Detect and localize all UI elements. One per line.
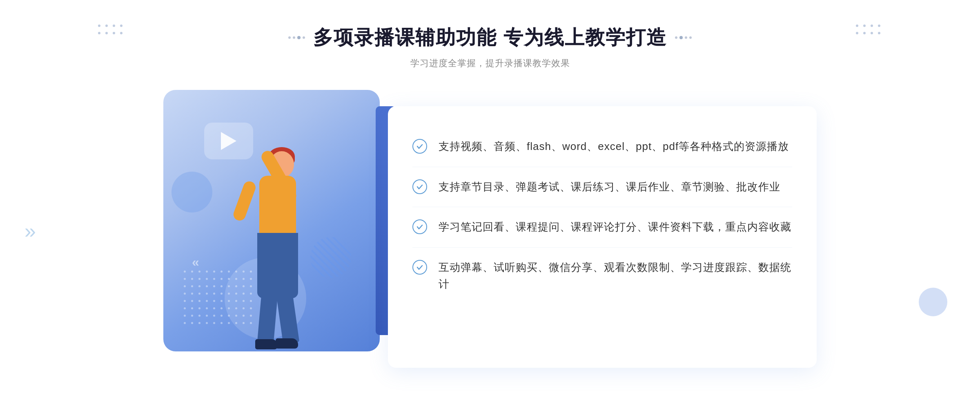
- check-circle-icon-3: [412, 219, 427, 234]
- feature-item-1: 支持视频、音频、flash、word、excel、ppt、pdf等各种格式的资源…: [412, 127, 792, 167]
- feature-item-4: 互动弹幕、试听购买、微信分享、观看次数限制、学习进度跟踪、数据统计: [412, 248, 792, 304]
- person-shoe-right: [276, 338, 298, 349]
- page-title: 多项录播课辅助功能 专为线上教学打造: [313, 25, 666, 51]
- person-figure: [212, 139, 327, 364]
- title-dots-right: [675, 36, 692, 39]
- title-row: 多项录播课辅助功能 专为线上教学打造: [288, 25, 691, 51]
- checkmark-svg-2: [416, 183, 424, 191]
- chevron-left-icon: »: [24, 219, 36, 243]
- top-left-decoration: [98, 25, 124, 36]
- top-right-decoration: [856, 25, 882, 36]
- feature-item-3: 学习笔记回看、课程提问、课程评论打分、课件资料下载，重点内容收藏: [412, 207, 792, 248]
- feature-text-3: 学习笔记回看、课程提问、课程评论打分、课件资料下载，重点内容收藏: [439, 219, 791, 236]
- page-subtitle: 学习进度全掌握，提升录播课教学效果: [288, 57, 691, 69]
- illustration-panel: «: [163, 90, 400, 368]
- features-panel: 支持视频、音频、flash、word、excel、ppt、pdf等各种格式的资源…: [388, 106, 817, 368]
- checkmark-svg-4: [416, 263, 424, 271]
- title-dots-left: [288, 36, 305, 39]
- right-circle-decoration: [919, 288, 947, 316]
- feature-text-1: 支持视频、音频、flash、word、excel、ppt、pdf等各种格式的资源…: [439, 138, 789, 155]
- checkmark-svg-1: [416, 142, 424, 150]
- feature-item-2: 支持章节目录、弹题考试、课后练习、课后作业、章节测验、批改作业: [412, 167, 792, 208]
- illustration-chevrons-icon: «: [192, 255, 199, 270]
- header-section: 多项录播课辅助功能 专为线上教学打造 学习进度全掌握，提升录播课教学效果: [288, 25, 691, 69]
- content-area: «: [163, 90, 817, 368]
- person-leg-right: [276, 293, 299, 344]
- feature-text-4: 互动弹幕、试听购买、微信分享、观看次数限制、学习进度跟踪、数据统计: [439, 259, 792, 293]
- check-circle-icon-2: [412, 179, 427, 194]
- page-wrapper: » 多项录播课辅助功能 专为线上教学打造 学习进度全掌握，提升录播课教学效果: [0, 0, 980, 398]
- person-leg-left: [257, 293, 278, 344]
- feature-text-2: 支持章节目录、弹题考试、课后练习、课后作业、章节测验、批改作业: [439, 179, 780, 196]
- person-body: [259, 176, 296, 241]
- checkmark-svg-3: [416, 223, 424, 231]
- check-circle-icon-4: [412, 260, 427, 275]
- small-circle-decoration: [172, 172, 212, 212]
- person-arm-left: [232, 180, 257, 222]
- person-pants: [257, 233, 298, 298]
- check-circle-icon-1: [412, 139, 427, 154]
- person-shoe-left: [255, 339, 278, 349]
